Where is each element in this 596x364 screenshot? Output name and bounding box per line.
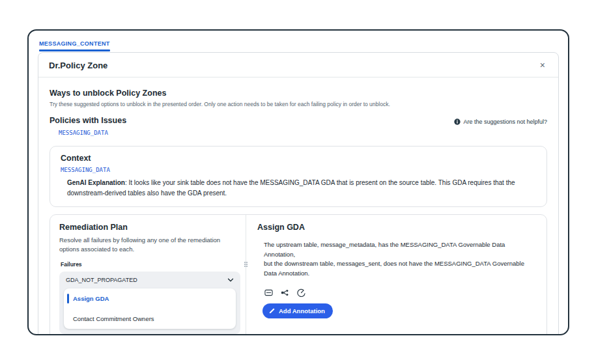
divider-drag-handle[interactable] — [244, 262, 248, 267]
genai-explanation: GenAI Explanation: It looks like your si… — [67, 178, 536, 198]
failure-select[interactable]: GDA_NOT_PROPAGATED — [59, 272, 240, 288]
panel-title: Dr.Policy Zone — [49, 61, 107, 70]
remediation-options-list: Assign GDA Contact Commitment Owners — [64, 288, 236, 329]
tab-bar: MESSAGING_CONTENT — [29, 31, 568, 51]
assign-gda-description-line2: but the downstream table, messages_sent,… — [264, 259, 535, 278]
info-icon — [454, 119, 461, 125]
policies-heading: Policies with Issues — [50, 116, 126, 125]
lineage-icon[interactable] — [280, 288, 289, 298]
option-contact-commitment-owners[interactable]: Contact Commitment Owners — [64, 309, 236, 329]
assign-gda-pane: Assign GDA The upstream table, message_m… — [246, 215, 546, 335]
chevron-down-icon — [227, 277, 234, 283]
add-annotation-button[interactable]: Add Annotation — [263, 303, 333, 318]
annotation-toolbar — [264, 288, 535, 298]
note-icon[interactable] — [264, 288, 273, 298]
failures-label: Failures — [61, 261, 240, 268]
policy-link-messaging-data[interactable]: MESSAGING_DATA — [59, 130, 108, 136]
assign-gda-description-line1: The upstream table, message_metadata, ha… — [264, 240, 535, 259]
failure-select-value: GDA_NOT_PROPAGATED — [66, 277, 137, 283]
gauge-icon[interactable] — [296, 288, 305, 298]
panel-content: Ways to unblock Policy Zones Try these s… — [38, 77, 558, 335]
tab-messaging-content[interactable]: MESSAGING_CONTENT — [39, 40, 110, 51]
unblock-heading: Ways to unblock Policy Zones — [50, 89, 547, 98]
context-policy-link[interactable]: MESSAGING_DATA — [61, 167, 110, 173]
genai-explanation-label: GenAI Explanation — [67, 179, 125, 186]
policy-zone-panel: Dr.Policy Zone × Ways to unblock Policy … — [38, 52, 559, 335]
remediation-heading: Remediation Plan — [59, 223, 240, 232]
pencil-icon — [269, 307, 276, 314]
close-button[interactable]: × — [537, 59, 548, 71]
tab-active-underline — [39, 49, 110, 51]
unblock-subtext: Try these suggested options to unblock i… — [50, 101, 547, 107]
remediation-card: Remediation Plan Resolve all failures by… — [50, 214, 547, 335]
option-assign-gda[interactable]: Assign GDA — [64, 288, 236, 309]
assign-gda-heading: Assign GDA — [257, 223, 535, 232]
remediation-description: Resolve all failures by following any on… — [59, 236, 236, 255]
panel-header: Dr.Policy Zone × — [38, 53, 558, 77]
suggestions-help-link[interactable]: Are the suggestions not helpful? — [454, 119, 547, 125]
assign-gda-description: The upstream table, message_metadata, ha… — [264, 240, 535, 279]
context-card: Context MESSAGING_DATA GenAI Explanation… — [50, 146, 547, 207]
help-link-label: Are the suggestions not helpful? — [463, 119, 547, 125]
tab-label: MESSAGING_CONTENT — [39, 40, 110, 47]
context-heading: Context — [61, 154, 536, 163]
add-annotation-label: Add Annotation — [279, 307, 325, 315]
policies-row: Policies with Issues Are the suggestions… — [50, 116, 547, 125]
failures-box: GDA_NOT_PROPAGATED Assign GDA Contact Co… — [59, 272, 240, 334]
pane-divider — [246, 215, 246, 335]
remediation-plan-pane: Remediation Plan Resolve all failures by… — [50, 215, 246, 335]
genai-explanation-text: : It looks like your sink table does not… — [67, 179, 515, 197]
policy-zone-window: MESSAGING_CONTENT Dr.Policy Zone × Ways … — [27, 29, 569, 335]
